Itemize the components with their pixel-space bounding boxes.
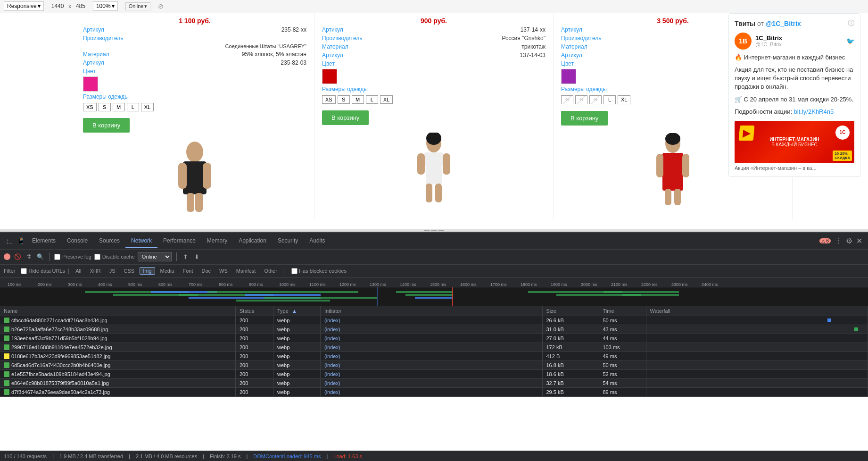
table-row[interactable]: b26e725a3affa6e77cc748b33ac09688.jpg 200… — [0, 325, 868, 334]
error-badge: △ 6 — [819, 238, 831, 243]
filter-css[interactable]: CSS — [121, 267, 138, 275]
info-row-2-2: Производитель Россия "Grishko" — [322, 35, 546, 42]
filter-icon-btn[interactable]: ⚗ — [25, 252, 33, 261]
size-xs-1[interactable]: XS — [83, 103, 97, 111]
zoom-dropdown[interactable]: 100% ▾ — [93, 1, 118, 11]
export-btn[interactable]: ⬇ — [193, 252, 201, 261]
filter-js[interactable]: JS — [106, 267, 119, 275]
size-l-3[interactable]: L — [603, 95, 616, 104]
record-btn[interactable] — [4, 253, 10, 260]
table-row[interactable]: cfbccd6da880b271cca4df716ac8b434.jpg 200… — [0, 316, 868, 325]
table-row[interactable]: e864e6c98b01875379f89f5a0010a5a1.jpg 200… — [0, 379, 868, 388]
size-xl-3[interactable]: XL — [618, 95, 630, 104]
disable-cache-label[interactable]: Disable cache — [94, 254, 135, 260]
add-to-cart-1[interactable]: В корзину — [83, 118, 130, 133]
filter-other[interactable]: Other — [261, 267, 281, 275]
size-l-2[interactable]: L — [366, 95, 378, 104]
more-tabs-btn[interactable]: ⋮ — [833, 235, 844, 246]
color-swatch-3[interactable] — [561, 69, 576, 84]
tab-console[interactable]: Console — [61, 235, 93, 248]
devtools-close-btn[interactable]: ✕ — [854, 235, 864, 247]
tab-memory[interactable]: Memory — [201, 235, 233, 248]
filter-media[interactable]: Media — [157, 267, 178, 275]
table-row[interactable]: 2996716ed1688b91104e7ea4572eb32e.jpg 200… — [0, 343, 868, 352]
twitter-account-link[interactable]: @1C_Bitrix — [766, 20, 801, 27]
network-online-btn[interactable]: Online ▾ — [125, 2, 151, 10]
th-initiator[interactable]: Initiator — [321, 306, 543, 316]
tick-900ms: 900 ms — [249, 282, 263, 287]
val-manuf-2: Россия "Grishko" — [502, 35, 546, 42]
twitter-account-info: 1C_Bitrix @1C_Bitrix — [755, 34, 782, 47]
color-swatch-1[interactable] — [83, 76, 98, 92]
table-row[interactable]: 193eebaaf53cf9b771d59b5bf1028b94.jpg 200… — [0, 334, 868, 343]
tab-sources[interactable]: Sources — [93, 235, 125, 248]
blocked-cookies-label[interactable]: Has blocked cookies — [291, 268, 347, 274]
size-m-1[interactable]: M — [113, 103, 125, 111]
filter-img[interactable]: Img — [140, 267, 155, 275]
size-xl-2[interactable]: XL — [380, 95, 393, 104]
responsive-mode-dropdown[interactable]: Responsive ▾ — [4, 1, 44, 11]
th-type[interactable]: Type ▲ — [273, 306, 321, 316]
filter-manifest[interactable]: Manifest — [233, 267, 259, 275]
table-row[interactable]: 0188e617b3a2423d9fe969853ae51d82.jpg 200… — [0, 352, 868, 361]
size-m-2[interactable]: M — [352, 95, 364, 104]
tab-performance[interactable]: Performance — [157, 235, 201, 248]
throttling-dropdown[interactable]: Online Fast 3G Slow 3G Offline — [138, 252, 172, 261]
import-btn[interactable]: ⬆ — [182, 252, 190, 261]
preserve-log-checkbox[interactable] — [54, 254, 60, 260]
twitter-info-icon[interactable]: ⓘ — [848, 19, 854, 28]
file-icon-5 — [4, 353, 9, 359]
th-waterfall[interactable]: Waterfall — [646, 306, 868, 316]
th-name[interactable]: Name — [0, 306, 236, 316]
th-status[interactable]: Status — [236, 306, 273, 316]
filter-sep: | — [68, 268, 69, 274]
device-toggle-btn[interactable]: 📱 — [15, 235, 26, 246]
inspect-element-btn[interactable]: ⬚ — [4, 235, 15, 246]
twitter-account-row: 1B 1C_Bitrix @1C_Bitrix 🐦 — [735, 33, 854, 50]
sort-arrow-icon: ▲ — [292, 308, 297, 314]
size-xl-1[interactable]: XL — [141, 103, 154, 111]
size-s-1[interactable]: S — [99, 103, 111, 111]
filter-ws[interactable]: WS — [216, 267, 231, 275]
size-x1-3[interactable]: ✕ — [561, 95, 573, 104]
size-xs-2[interactable]: XS — [322, 95, 336, 104]
hide-data-urls-label[interactable]: Hide data URLs — [21, 268, 65, 274]
size-x3-3[interactable]: ✕ — [589, 95, 602, 104]
twitter-promo-link[interactable]: bit.ly/2KhR4n5 — [794, 108, 834, 115]
svg-rect-17 — [656, 154, 663, 177]
size-buttons-2: XS S M L XL — [322, 95, 546, 104]
size-s-2[interactable]: S — [338, 95, 350, 104]
label-manuf-1: Производитель — [83, 35, 123, 42]
tab-network[interactable]: Network — [125, 235, 157, 248]
filter-xhr[interactable]: XHR — [86, 267, 104, 275]
filter-all[interactable]: All — [72, 267, 84, 275]
size-l-1[interactable]: L — [127, 103, 139, 111]
add-to-cart-3[interactable]: В корзину — [561, 111, 608, 126]
preserve-log-label[interactable]: Preserve log — [54, 254, 91, 260]
svg-rect-27 — [207, 291, 358, 293]
devtools-settings-btn[interactable]: ⚙ — [844, 235, 854, 247]
table-row[interactable]: d7f3d4674a2a76eea9dae50a4c2a1c73.jpg 200… — [0, 388, 868, 397]
th-size[interactable]: Size — [543, 306, 599, 316]
add-to-cart-2[interactable]: В корзину — [322, 110, 369, 125]
zoom-label: 100% — [96, 3, 111, 9]
clear-btn[interactable]: 🚫 — [13, 252, 22, 261]
blocked-cookies-checkbox[interactable] — [291, 268, 298, 274]
tab-elements[interactable]: Elements — [26, 235, 61, 248]
tab-application[interactable]: Application — [233, 235, 272, 248]
td-status-6: 200 — [236, 361, 273, 369]
manuf-val-1: Соединенные Штаты "USAGREY" — [83, 43, 306, 49]
disable-cache-checkbox[interactable] — [94, 254, 100, 260]
hide-data-urls-checkbox[interactable] — [21, 268, 27, 274]
tab-audits[interactable]: Audits — [304, 235, 331, 248]
filter-doc[interactable]: Doc — [198, 267, 215, 275]
table-row[interactable]: e1e557fbce5bada109b95184ad43e494.jpg 200… — [0, 370, 868, 379]
svg-rect-5 — [195, 193, 203, 212]
tab-security[interactable]: Security — [272, 235, 304, 248]
search-btn[interactable]: 🔍 — [36, 252, 44, 261]
th-time[interactable]: Time — [599, 306, 646, 316]
color-swatch-2[interactable] — [322, 69, 337, 84]
size-x2-3[interactable]: ✕ — [575, 95, 587, 104]
filter-font[interactable]: Font — [179, 267, 196, 275]
table-row[interactable]: 6d5cad6d7c16a74430ccc2b0b4b6400e.jpg 200… — [0, 361, 868, 370]
